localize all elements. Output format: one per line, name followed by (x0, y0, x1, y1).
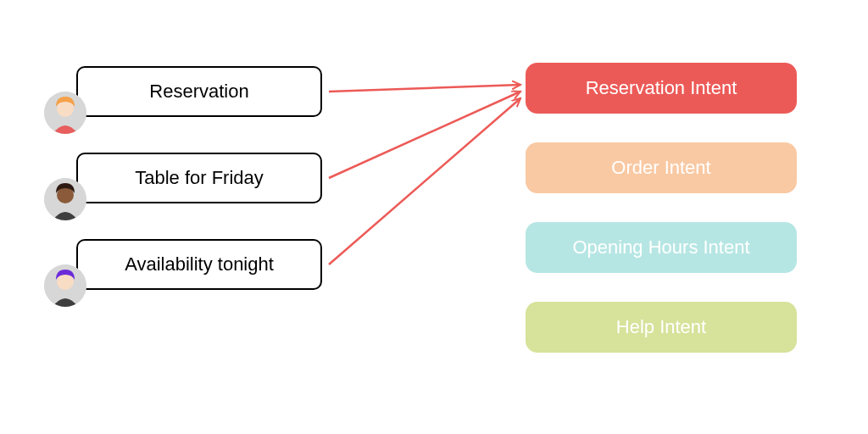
user-utterance-1: Table for Friday (76, 153, 322, 203)
utterance-text: Table for Friday (135, 167, 264, 189)
intent-opening-hours: Opening Hours Intent (526, 222, 797, 273)
intent-help: Help Intent (526, 302, 797, 353)
user-utterance-0: Reservation (76, 66, 322, 117)
utterance-text: Availability tonight (125, 253, 274, 275)
svg-line-6 (329, 85, 520, 92)
intent-label: Opening Hours Intent (572, 237, 749, 258)
utterance-text: Reservation (149, 81, 248, 103)
diagram-canvas: Reservation Table for Friday Availabilit… (0, 0, 868, 434)
intent-label: Help Intent (616, 317, 706, 337)
svg-line-8 (329, 98, 520, 264)
intent-label: Reservation Intent (586, 78, 737, 98)
user-utterance-2: Availability tonight (76, 239, 322, 290)
user-avatar-icon (44, 92, 86, 134)
user-avatar-icon (44, 178, 86, 220)
intent-reservation: Reservation Intent (526, 63, 797, 114)
svg-line-7 (329, 92, 520, 178)
intent-order: Order Intent (526, 142, 797, 193)
intent-label: Order Intent (611, 158, 710, 178)
user-avatar-icon (44, 264, 86, 307)
